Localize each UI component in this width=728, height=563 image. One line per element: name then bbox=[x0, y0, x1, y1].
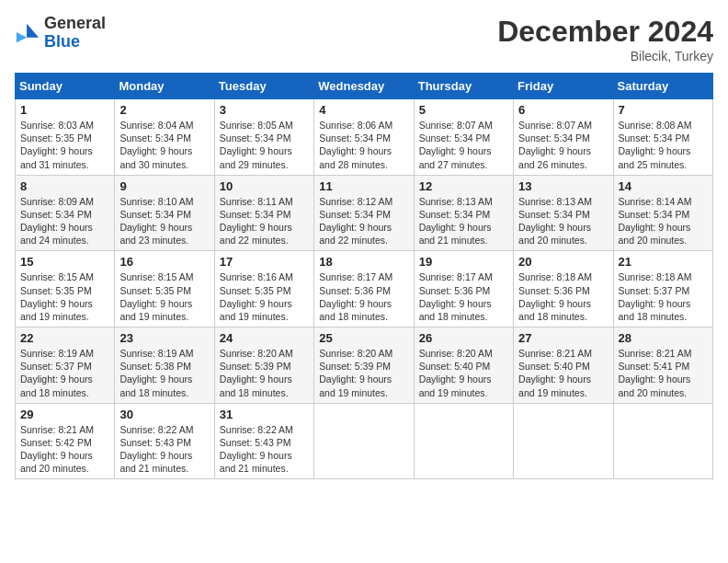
day-number: 25 bbox=[319, 331, 408, 345]
month-year-title: December 2024 bbox=[497, 15, 713, 49]
calendar-cell: 10Sunrise: 8:11 AM Sunset: 5:34 PM Dayli… bbox=[214, 175, 313, 251]
calendar-week-row: 1Sunrise: 8:03 AM Sunset: 5:35 PM Daylig… bbox=[16, 99, 713, 176]
day-detail: Sunrise: 8:05 AM Sunset: 5:34 PM Dayligh… bbox=[220, 119, 309, 171]
calendar-cell: 30Sunrise: 8:22 AM Sunset: 5:43 PM Dayli… bbox=[115, 403, 214, 479]
location-subtitle: Bilecik, Turkey bbox=[497, 49, 713, 63]
day-number: 31 bbox=[220, 408, 309, 421]
day-number: 22 bbox=[20, 331, 109, 345]
calendar-header-row: SundayMondayTuesdayWednesdayThursdayFrid… bbox=[16, 74, 713, 99]
calendar-table: SundayMondayTuesdayWednesdayThursdayFrid… bbox=[15, 73, 713, 479]
day-detail: Sunrise: 8:06 AM Sunset: 5:34 PM Dayligh… bbox=[319, 119, 408, 171]
day-detail: Sunrise: 8:21 AM Sunset: 5:41 PM Dayligh… bbox=[619, 347, 708, 399]
calendar-cell: 6Sunrise: 8:07 AM Sunset: 5:34 PM Daylig… bbox=[514, 99, 613, 176]
day-number: 15 bbox=[20, 255, 109, 269]
calendar-cell: 9Sunrise: 8:10 AM Sunset: 5:34 PM Daylig… bbox=[115, 175, 214, 251]
day-detail: Sunrise: 8:07 AM Sunset: 5:34 PM Dayligh… bbox=[419, 119, 508, 171]
page-header: General Blue December 2024 Bilecik, Turk… bbox=[15, 15, 713, 63]
day-detail: Sunrise: 8:09 AM Sunset: 5:34 PM Dayligh… bbox=[20, 195, 109, 247]
calendar-cell: 5Sunrise: 8:07 AM Sunset: 5:34 PM Daylig… bbox=[414, 99, 513, 176]
calendar-cell: 16Sunrise: 8:15 AM Sunset: 5:35 PM Dayli… bbox=[115, 251, 214, 327]
day-number: 18 bbox=[319, 255, 408, 269]
day-detail: Sunrise: 8:10 AM Sunset: 5:34 PM Dayligh… bbox=[119, 195, 209, 247]
day-detail: Sunrise: 8:07 AM Sunset: 5:34 PM Dayligh… bbox=[518, 119, 608, 171]
calendar-cell: 19Sunrise: 8:17 AM Sunset: 5:36 PM Dayli… bbox=[414, 251, 513, 327]
day-detail: Sunrise: 8:20 AM Sunset: 5:39 PM Dayligh… bbox=[319, 347, 408, 399]
day-detail: Sunrise: 8:17 AM Sunset: 5:36 PM Dayligh… bbox=[419, 270, 508, 323]
day-detail: Sunrise: 8:08 AM Sunset: 5:34 PM Dayligh… bbox=[619, 119, 708, 171]
calendar-cell: 28Sunrise: 8:21 AM Sunset: 5:41 PM Dayli… bbox=[613, 327, 712, 404]
day-detail: Sunrise: 8:22 AM Sunset: 5:43 PM Dayligh… bbox=[220, 423, 309, 476]
calendar-cell: 15Sunrise: 8:15 AM Sunset: 5:35 PM Dayli… bbox=[16, 251, 115, 327]
calendar-cell: 2Sunrise: 8:04 AM Sunset: 5:34 PM Daylig… bbox=[115, 99, 214, 176]
day-number: 3 bbox=[220, 103, 309, 117]
column-header-thursday: Thursday bbox=[414, 74, 513, 99]
calendar-cell: 4Sunrise: 8:06 AM Sunset: 5:34 PM Daylig… bbox=[314, 99, 414, 176]
day-detail: Sunrise: 8:15 AM Sunset: 5:35 PM Dayligh… bbox=[20, 270, 109, 323]
day-number: 24 bbox=[220, 331, 309, 345]
day-number: 20 bbox=[518, 255, 608, 269]
calendar-week-row: 15Sunrise: 8:15 AM Sunset: 5:35 PM Dayli… bbox=[16, 251, 713, 327]
day-detail: Sunrise: 8:17 AM Sunset: 5:36 PM Dayligh… bbox=[319, 270, 408, 323]
calendar-cell: 1Sunrise: 8:03 AM Sunset: 5:35 PM Daylig… bbox=[16, 99, 115, 176]
day-number: 5 bbox=[419, 103, 508, 117]
calendar-cell: 26Sunrise: 8:20 AM Sunset: 5:40 PM Dayli… bbox=[414, 327, 513, 404]
logo-general: General bbox=[44, 14, 106, 32]
column-header-wednesday: Wednesday bbox=[314, 74, 414, 99]
calendar-cell: 12Sunrise: 8:13 AM Sunset: 5:34 PM Dayli… bbox=[414, 175, 513, 251]
day-number: 16 bbox=[119, 255, 209, 269]
day-number: 1 bbox=[20, 103, 109, 117]
day-detail: Sunrise: 8:12 AM Sunset: 5:34 PM Dayligh… bbox=[319, 195, 408, 247]
day-number: 8 bbox=[20, 179, 109, 193]
day-number: 14 bbox=[619, 179, 708, 193]
calendar-week-row: 8Sunrise: 8:09 AM Sunset: 5:34 PM Daylig… bbox=[16, 175, 713, 251]
day-number: 6 bbox=[518, 103, 608, 117]
calendar-cell: 17Sunrise: 8:16 AM Sunset: 5:35 PM Dayli… bbox=[214, 251, 313, 327]
calendar-week-row: 22Sunrise: 8:19 AM Sunset: 5:37 PM Dayli… bbox=[16, 327, 713, 404]
logo: General Blue bbox=[15, 15, 106, 52]
day-number: 19 bbox=[419, 255, 508, 269]
column-header-saturday: Saturday bbox=[613, 74, 712, 99]
calendar-cell: 14Sunrise: 8:14 AM Sunset: 5:34 PM Dayli… bbox=[613, 175, 712, 251]
day-detail: Sunrise: 8:03 AM Sunset: 5:35 PM Dayligh… bbox=[20, 119, 109, 171]
day-number: 2 bbox=[119, 103, 209, 117]
day-detail: Sunrise: 8:04 AM Sunset: 5:34 PM Dayligh… bbox=[119, 119, 209, 171]
day-number: 7 bbox=[619, 103, 708, 117]
day-detail: Sunrise: 8:19 AM Sunset: 5:37 PM Dayligh… bbox=[20, 347, 109, 399]
calendar-cell: 20Sunrise: 8:18 AM Sunset: 5:36 PM Dayli… bbox=[514, 251, 613, 327]
day-number: 17 bbox=[220, 255, 309, 269]
calendar-cell bbox=[613, 403, 712, 479]
day-detail: Sunrise: 8:21 AM Sunset: 5:42 PM Dayligh… bbox=[20, 423, 109, 476]
day-detail: Sunrise: 8:15 AM Sunset: 5:35 PM Dayligh… bbox=[119, 270, 209, 323]
calendar-cell bbox=[414, 403, 513, 479]
day-detail: Sunrise: 8:22 AM Sunset: 5:43 PM Dayligh… bbox=[119, 423, 209, 476]
day-detail: Sunrise: 8:20 AM Sunset: 5:39 PM Dayligh… bbox=[220, 347, 309, 399]
logo-icon bbox=[15, 20, 40, 46]
calendar-cell bbox=[314, 403, 414, 479]
calendar-cell bbox=[514, 403, 613, 479]
day-number: 29 bbox=[20, 408, 109, 421]
calendar-cell: 8Sunrise: 8:09 AM Sunset: 5:34 PM Daylig… bbox=[16, 175, 115, 251]
day-number: 27 bbox=[518, 331, 608, 345]
day-detail: Sunrise: 8:14 AM Sunset: 5:34 PM Dayligh… bbox=[619, 195, 708, 247]
day-number: 10 bbox=[220, 179, 309, 193]
svg-marker-1 bbox=[17, 32, 27, 42]
calendar-cell: 7Sunrise: 8:08 AM Sunset: 5:34 PM Daylig… bbox=[613, 99, 712, 176]
calendar-cell: 27Sunrise: 8:21 AM Sunset: 5:40 PM Dayli… bbox=[514, 327, 613, 404]
column-header-monday: Monday bbox=[115, 74, 214, 99]
calendar-cell: 13Sunrise: 8:13 AM Sunset: 5:34 PM Dayli… bbox=[514, 175, 613, 251]
calendar-cell: 18Sunrise: 8:17 AM Sunset: 5:36 PM Dayli… bbox=[314, 251, 414, 327]
day-number: 4 bbox=[319, 103, 408, 117]
day-detail: Sunrise: 8:18 AM Sunset: 5:36 PM Dayligh… bbox=[518, 270, 608, 323]
day-detail: Sunrise: 8:20 AM Sunset: 5:40 PM Dayligh… bbox=[419, 347, 508, 399]
day-number: 21 bbox=[619, 255, 708, 269]
day-number: 28 bbox=[619, 331, 708, 345]
calendar-cell: 25Sunrise: 8:20 AM Sunset: 5:39 PM Dayli… bbox=[314, 327, 414, 404]
calendar-cell: 3Sunrise: 8:05 AM Sunset: 5:34 PM Daylig… bbox=[214, 99, 313, 176]
day-number: 26 bbox=[419, 331, 508, 345]
logo-blue: Blue bbox=[44, 32, 80, 51]
calendar-cell: 22Sunrise: 8:19 AM Sunset: 5:37 PM Dayli… bbox=[16, 327, 115, 404]
day-detail: Sunrise: 8:16 AM Sunset: 5:35 PM Dayligh… bbox=[220, 270, 309, 323]
calendar-cell: 11Sunrise: 8:12 AM Sunset: 5:34 PM Dayli… bbox=[314, 175, 414, 251]
svg-marker-0 bbox=[27, 24, 39, 38]
logo-text: General Blue bbox=[44, 15, 106, 52]
